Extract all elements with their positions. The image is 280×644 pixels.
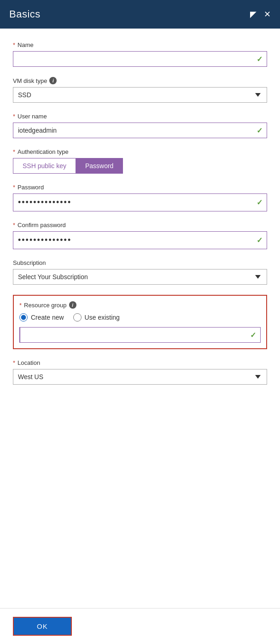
- form-body: * Name ✓ VM disk type i SSD HDD * User n…: [0, 29, 280, 441]
- create-new-option[interactable]: Create new: [19, 313, 64, 322]
- location-select[interactable]: West US East US East US 2 Central US Nor…: [13, 369, 267, 385]
- dialog-header: Basics ◤ ✕: [0, 0, 280, 29]
- vm-disk-type-label: VM disk type i: [13, 77, 267, 84]
- confirm-password-input-wrapper: ✓: [13, 231, 267, 249]
- close-icon[interactable]: ✕: [264, 10, 271, 18]
- resource-group-info-icon[interactable]: i: [69, 301, 76, 309]
- name-input[interactable]: [13, 51, 267, 67]
- resource-group-section: * Resource group i Create new Use existi…: [13, 295, 267, 349]
- username-check-icon: ✓: [257, 126, 262, 135]
- name-label: * Name: [13, 41, 267, 48]
- subscription-select-wrapper: Select Your Subscription: [13, 269, 267, 285]
- password-required-star: *: [13, 184, 15, 191]
- location-group: * Location West US East US East US 2 Cen…: [13, 359, 267, 385]
- subscription-group: Subscription Select Your Subscription: [13, 259, 267, 285]
- dialog-title: Basics: [9, 8, 41, 20]
- auth-type-label: * Authentication type: [13, 148, 267, 155]
- create-new-radio[interactable]: [19, 313, 28, 322]
- resource-group-input[interactable]: [19, 327, 261, 343]
- auth-type-group: * Authentication type SSH public key Pas…: [13, 148, 267, 174]
- confirm-password-group: * Confirm password ✓: [13, 222, 267, 249]
- location-label: * Location: [13, 359, 267, 366]
- username-group: * User name ✓: [13, 113, 267, 138]
- username-required-star: *: [13, 113, 15, 120]
- location-select-wrapper: West US East US East US 2 Central US Nor…: [13, 369, 267, 385]
- confirm-password-input[interactable]: [13, 231, 267, 249]
- auth-password-button[interactable]: Password: [76, 158, 123, 174]
- ok-button[interactable]: OK: [13, 617, 72, 636]
- auth-type-buttons: SSH public key Password: [13, 158, 267, 174]
- minimize-icon[interactable]: ◤: [250, 10, 257, 18]
- resource-group-radio-group: Create new Use existing: [19, 313, 261, 322]
- resource-group-input-wrapper: ✓: [19, 327, 261, 343]
- confirm-required-star: *: [13, 222, 15, 228]
- confirm-password-check-icon: ✓: [257, 236, 262, 245]
- auth-required-star: *: [13, 148, 15, 155]
- password-group: * Password ✓: [13, 184, 267, 211]
- resource-group-required-star: *: [19, 302, 22, 309]
- resource-group-label-row: * Resource group i: [19, 301, 261, 309]
- name-required-star: *: [13, 41, 15, 48]
- confirm-password-label: * Confirm password: [13, 222, 267, 228]
- username-label: * User name: [13, 113, 267, 120]
- name-group: * Name ✓: [13, 41, 267, 67]
- name-check-icon: ✓: [257, 55, 262, 64]
- form-footer: OK: [0, 608, 280, 644]
- username-input[interactable]: [13, 123, 267, 138]
- username-input-wrapper: ✓: [13, 123, 267, 138]
- password-label: * Password: [13, 184, 267, 191]
- location-required-star: *: [13, 359, 15, 366]
- resource-group-check-icon: ✓: [250, 331, 256, 340]
- password-input[interactable]: [13, 193, 267, 211]
- vm-disk-type-group: VM disk type i SSD HDD: [13, 77, 267, 103]
- vm-disk-info-icon[interactable]: i: [49, 77, 57, 84]
- vm-disk-type-select[interactable]: SSD HDD: [13, 87, 267, 103]
- header-controls: ◤ ✕: [250, 10, 271, 18]
- password-check-icon: ✓: [257, 198, 262, 207]
- auth-ssh-button[interactable]: SSH public key: [13, 158, 76, 174]
- vm-disk-type-select-wrapper: SSD HDD: [13, 87, 267, 103]
- subscription-select[interactable]: Select Your Subscription: [13, 269, 267, 285]
- use-existing-option[interactable]: Use existing: [73, 313, 120, 322]
- resource-group-label: Resource group: [24, 302, 67, 309]
- password-input-wrapper: ✓: [13, 193, 267, 211]
- subscription-label: Subscription: [13, 259, 267, 266]
- name-input-wrapper: ✓: [13, 51, 267, 67]
- use-existing-radio[interactable]: [73, 313, 82, 322]
